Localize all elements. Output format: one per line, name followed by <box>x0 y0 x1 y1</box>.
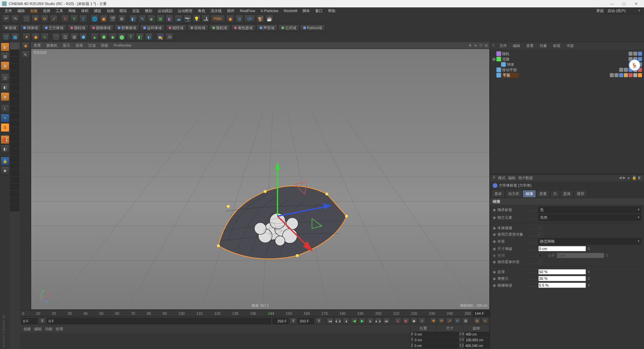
attr-new-icon[interactable]: ◧ <box>638 176 641 181</box>
primitive-cube-button[interactable]: ◧ <box>129 15 137 23</box>
mg-18[interactable]: .fx <box>165 33 173 41</box>
field-圆柱域[interactable]: 圆柱域 <box>67 24 88 31</box>
attr-tab-基本[interactable]: 基本 <box>491 190 505 198</box>
prop-使用-checkbox[interactable] <box>538 253 542 257</box>
range-end-slider[interactable] <box>272 318 288 324</box>
array-button[interactable]: ⊞ <box>156 15 164 23</box>
fcurve-button[interactable]: ∿ <box>482 318 488 325</box>
menu-X-Particles[interactable]: X-Particles <box>258 8 281 13</box>
lt-object-mode[interactable]: ◫ <box>1 73 9 82</box>
key-pos-button[interactable]: ✥ <box>430 318 437 325</box>
lt-scene[interactable]: ◉ <box>1 166 9 175</box>
tag-dyn2[interactable] <box>624 73 628 77</box>
select-tool[interactable]: ⬚ <box>22 15 31 23</box>
bt-tab-tex[interactable]: 纹理 <box>56 327 63 332</box>
field-Python域[interactable]: Python域 <box>300 24 325 31</box>
tag-phong[interactable] <box>633 73 637 77</box>
menu-Redshift[interactable]: Redshift <box>281 8 300 13</box>
coord-Y-pos[interactable] <box>413 338 459 343</box>
tree-item-球体[interactable]: 球体 <box>492 62 642 67</box>
lt-workplane[interactable]: ◧ <box>1 145 9 153</box>
volume-button[interactable]: ◉ <box>226 15 234 23</box>
mg-16[interactable]: ◐ <box>145 33 153 41</box>
psr-button[interactable]: PSR0 <box>211 15 225 23</box>
mc-14[interactable] <box>10 134 19 141</box>
mg-14[interactable]: T <box>127 33 135 41</box>
mc-24[interactable] <box>10 205 19 211</box>
make-editable-button[interactable]: ◧ <box>1 43 9 51</box>
vp-menu-display[interactable]: 显示 <box>61 43 71 48</box>
render-settings-button[interactable]: ⚙ <box>118 15 126 23</box>
mg-7[interactable]: ⊡ <box>61 33 69 41</box>
mc-17[interactable] <box>10 155 19 162</box>
deformer-button[interactable]: ◐ <box>165 15 173 23</box>
prop-碰撞噪波-input[interactable] <box>538 283 586 288</box>
object-tree[interactable]: 随机⊟克隆球体移动平面平面 <box>490 50 644 174</box>
plugins-button[interactable]: ☕ <box>265 15 273 23</box>
mc-4[interactable] <box>10 64 19 70</box>
range-end-spinner[interactable]: ⇕ <box>315 318 322 325</box>
mc-18[interactable] <box>10 162 19 169</box>
tag-vis[interactable] <box>624 68 628 72</box>
redo-button[interactable]: ↷ <box>11 15 19 23</box>
autokey-button[interactable]: ◉ <box>402 318 409 325</box>
lt-point-mode[interactable]: ◉ <box>1 92 9 101</box>
mg-1[interactable]: ◫ <box>2 33 10 41</box>
field-组域[interactable]: 组域 <box>2 24 19 31</box>
mc-8[interactable] <box>10 92 19 99</box>
menu-创建[interactable]: 创建 <box>28 8 40 14</box>
menu-运动跟踪[interactable]: 运动跟踪 <box>155 8 175 14</box>
field-远环体域[interactable]: 远环体域 <box>140 24 165 31</box>
play-backward-button[interactable]: ◀ <box>351 318 358 325</box>
tree-item-平面[interactable]: 平面 <box>492 72 642 78</box>
light-button[interactable]: 💡 <box>193 15 201 23</box>
lt-texture-mode[interactable]: ◧ <box>1 83 9 92</box>
mc-13[interactable] <box>10 127 19 134</box>
mg-4[interactable]: ◉ <box>32 33 40 41</box>
tag-vis[interactable] <box>629 52 633 56</box>
attr-nav-fwd[interactable]: ▶ <box>623 176 626 181</box>
minimize-button[interactable]: — <box>606 0 618 7</box>
attr-panel-menu-icon[interactable]: ⠿ <box>493 176 495 181</box>
menu-RealFlow[interactable]: RealFlow <box>237 8 258 13</box>
key-rot-button[interactable]: ⟳ <box>438 318 445 325</box>
attr-tab-动力学[interactable]: 动力学 <box>505 190 522 198</box>
keyframe-sel-button[interactable]: ◆ <box>411 318 417 325</box>
om-tab-bookmarks[interactable]: 书签 <box>564 43 577 49</box>
attr-nav-back[interactable]: ◀ <box>619 176 622 181</box>
menu-工具[interactable]: 工具 <box>53 8 66 14</box>
om-tab-file[interactable]: 文件 <box>497 43 509 49</box>
vp-select-icon[interactable]: ↖ <box>21 51 30 59</box>
tag-dyn3[interactable] <box>629 73 633 77</box>
lt-poly-mode[interactable]: ↖ <box>1 114 9 122</box>
om-tab-edit[interactable]: 编辑 <box>510 43 523 49</box>
vp-nav-1[interactable]: ✥ <box>468 43 472 48</box>
prop-使用已变形对象-checkbox[interactable]: ✓ <box>538 233 542 237</box>
menu-插件[interactable]: 插件 <box>224 8 237 14</box>
lt-checker[interactable]: ▨ <box>1 52 9 61</box>
prop-本体碰撞-checkbox[interactable]: ✓ <box>538 226 542 230</box>
vp-menu-panel[interactable]: 面板 <box>100 43 110 48</box>
mg-8[interactable]: ⊞ <box>70 33 78 41</box>
tag-dyn[interactable] <box>619 73 623 77</box>
play-forward-button[interactable]: ▶ <box>359 318 366 325</box>
goto-start-button[interactable]: ⏮ <box>327 318 333 325</box>
mc-21[interactable] <box>10 184 19 190</box>
prop-保持柔体外形-checkbox[interactable]: ✓ <box>538 260 542 264</box>
mc-15[interactable] <box>10 141 19 148</box>
om-tab-view[interactable]: 查看 <box>524 43 536 49</box>
menu-动画[interactable]: 动画 <box>104 8 117 14</box>
field-线性域[interactable]: 线性域 <box>166 24 186 31</box>
mc-12[interactable] <box>10 120 19 127</box>
axis-y-button[interactable]: Y <box>70 15 78 23</box>
key-all-button[interactable]: ◇ <box>419 318 425 325</box>
prev-frame-button[interactable]: ⏴ <box>343 318 350 325</box>
lt-model[interactable]: ▦ <box>1 61 9 70</box>
menu-帮助[interactable]: 帮助 <box>325 8 338 14</box>
field-径向域[interactable]: 径向域 <box>187 24 208 31</box>
mg-9[interactable]: ⬢ <box>79 33 87 41</box>
vp-nav-3[interactable]: ⟳ <box>478 43 483 48</box>
vp-menu-camera[interactable]: 摄像机 <box>45 43 59 48</box>
scenes-button[interactable]: 🏞 <box>202 15 210 23</box>
menu-雕刻[interactable]: 雕刻 <box>142 8 155 14</box>
